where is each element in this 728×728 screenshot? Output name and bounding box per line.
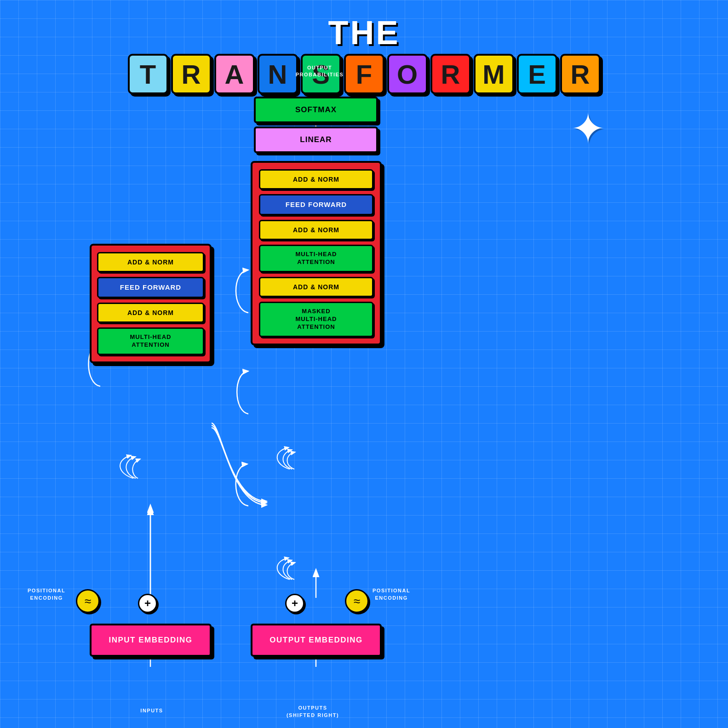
letter-tile-o: O <box>387 54 428 94</box>
plus-circle-right: + <box>285 594 304 613</box>
pe-circle-right: ≈ <box>345 589 369 613</box>
title-section: THE TRANSFORMER ✦ <box>0 14 728 99</box>
decoder-container: ADD & NORM FEED FORWARD ADD & NORM MULTI… <box>251 161 382 345</box>
decoder-add-norm-2: ADD & NORM <box>259 220 373 240</box>
encoder-multi-head-attention: MULTI-HEADATTENTION <box>97 327 204 355</box>
pe-wave-icon-right: ≈ <box>354 594 360 608</box>
main-container: THE TRANSFORMER ✦ <box>0 0 728 728</box>
input-embedding-container: INPUT EMBEDDING <box>90 624 212 657</box>
the-title: THE <box>0 14 728 52</box>
plus-icon-left: + <box>144 597 151 610</box>
diagram-area: ADD & NORM FEED FORWARD ADD & NORM MULTI… <box>0 101 728 728</box>
plus-circle-left: + <box>138 594 157 613</box>
outputs-label: OUTPUTS(SHIFTED RIGHT) <box>267 705 359 719</box>
encoder-add-norm-bottom: ADD & NORM <box>97 303 204 323</box>
encoder-add-norm-top: ADD & NORM <box>97 252 204 272</box>
output-embedding-container: OUTPUT EMBEDDING <box>251 624 382 657</box>
plus-icon-right: + <box>292 597 298 610</box>
pe-circle-left: ≈ <box>76 589 100 613</box>
encoder-red-box: ADD & NORM FEED FORWARD ADD & NORM MULTI… <box>90 244 212 363</box>
letter-tile-r: R <box>171 54 212 94</box>
decoder-masked-attention: MASKEDMULTI-HEADATTENTION <box>259 302 373 337</box>
encoder-container: ADD & NORM FEED FORWARD ADD & NORM MULTI… <box>90 244 212 363</box>
letter-tile-m: M <box>474 54 514 94</box>
input-embedding: INPUT EMBEDDING <box>90 624 212 657</box>
positional-encoding-right-label: POSITIONALENCODING <box>373 587 410 602</box>
letter-tile-r: R <box>560 54 601 94</box>
letter-tile-e: E <box>517 54 557 94</box>
letter-tile-a: A <box>214 54 255 94</box>
decoder-add-norm-top: ADD & NORM <box>259 169 373 189</box>
decoder-feed-forward: FEED FORWARD <box>259 194 373 215</box>
decoder-red-box: ADD & NORM FEED FORWARD ADD & NORM MULTI… <box>251 161 382 345</box>
encoder-feed-forward: FEED FORWARD <box>97 277 204 298</box>
positional-encoding-left-label: POSITIONALENCODING <box>28 587 65 602</box>
letter-tile-t: T <box>128 54 168 94</box>
linear-block: LINEAR <box>254 126 378 153</box>
letter-tile-r: R <box>430 54 471 94</box>
output-probabilities-label: OUTPUTPROBABILITIES <box>258 64 382 79</box>
softmax-block: SOFTMAX <box>254 97 378 123</box>
decoder-add-norm-3: ADD & NORM <box>259 277 373 297</box>
softmax-block-container: SOFTMAX <box>254 97 378 123</box>
output-embedding: OUTPUT EMBEDDING <box>251 624 382 657</box>
pe-wave-icon: ≈ <box>85 594 91 608</box>
linear-block-container: LINEAR <box>254 126 378 153</box>
decoder-multi-head-attention: MULTI-HEADATTENTION <box>259 245 373 272</box>
inputs-label: INPUTS <box>122 707 182 714</box>
